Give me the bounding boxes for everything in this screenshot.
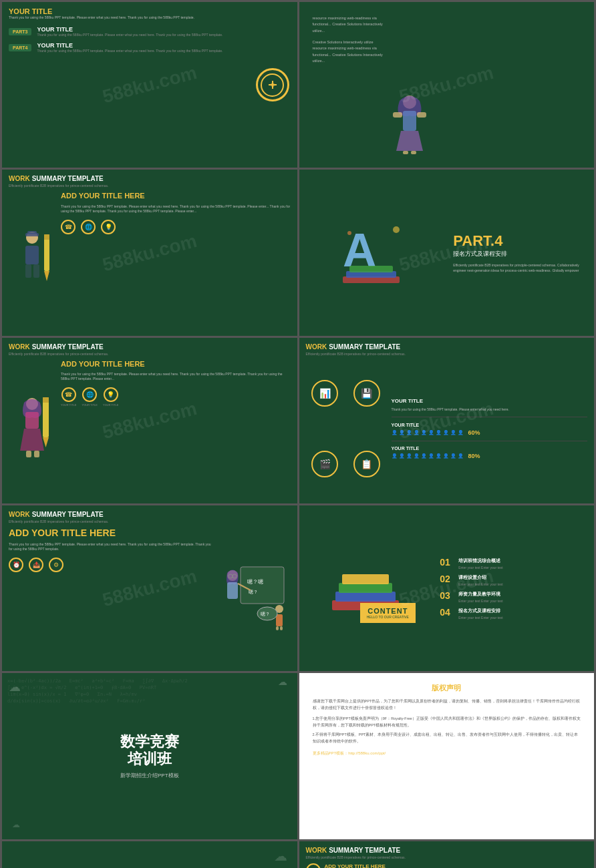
slide-6-subheader: Efficiently pontificate B2B imperatives … xyxy=(306,352,588,356)
slide-8-inner: CONTENT HELLO TO OUR CREATIVE 01 培训班情况综合… xyxy=(299,505,595,671)
slide-7-add-title: ADD YOUR TITLE HERE xyxy=(9,527,212,539)
slide-6-divider xyxy=(392,417,588,417)
slide-6: 588ku.com WORK SUMMARY TEMPLATE Efficien… xyxy=(299,338,595,503)
person-2-7: 👤 xyxy=(436,453,442,459)
person-2-6: 👤 xyxy=(428,453,434,459)
toc-num-1: 01 xyxy=(440,558,454,567)
cloud-2: ☁ xyxy=(278,676,287,687)
cloud-3: ☁ xyxy=(12,820,20,829)
svg-marker-25 xyxy=(43,437,49,447)
person-1-2: 👤 xyxy=(399,430,405,435)
slide-12-item-1: ☎ ADD YOUR TITLE HERE Thank you for usin… xyxy=(306,863,536,868)
svg-text:嗯？: 嗯？ xyxy=(261,612,270,616)
slide-12-item-1-text: ADD YOUR TITLE HERE Thank you for using … xyxy=(325,863,510,868)
slide-11: 588ku.com A PART.1 培训班情况综合概述 Efficiently… xyxy=(2,841,297,868)
svg-rect-10 xyxy=(25,246,39,264)
person-2-5: 👤 xyxy=(421,453,427,459)
slide-10: 版权声明 感谢您下载千库网台上提供的PPT作品，为了您和千库网以及原创作者的利益… xyxy=(299,673,595,839)
slide-6-inner: WORK SUMMARY TEMPLATE Efficiently pontif… xyxy=(299,338,595,503)
person-1-3: 👤 xyxy=(406,430,412,435)
slide-12: 588ku.com WORK SUMMARY TEMPLATE Efficien… xyxy=(299,841,595,868)
copyright-link: 更多精品PPT模板：http://588ku.com/ppt/ xyxy=(313,750,581,756)
icon-cell-1: 📊 xyxy=(306,360,345,427)
person-2-9: 👤 xyxy=(450,453,456,459)
slide-3-icon-3: 💡 xyxy=(101,220,116,234)
slide-9: x=(-b±√(b²-4ac))/2a E=mc² a²+b²=c² F=ma … xyxy=(2,673,297,839)
icon-cell-4: 📋 xyxy=(347,431,386,498)
slide-5-subheader: Efficiently pontificate B2B imperatives … xyxy=(9,352,291,356)
summary-label-3: SUMMARY TEMPLATE xyxy=(32,175,104,182)
part4-badge: PART4 xyxy=(9,44,31,51)
slide-6-stat-1: YOUR TITLE 👤 👤 👤 👤 👤 👤 👤 👤 👤 👤 xyxy=(392,423,588,436)
girl-pencil-svg xyxy=(11,397,54,461)
stat-1-people: 👤 👤 👤 👤 👤 👤 👤 👤 👤 👤 60% xyxy=(392,429,588,436)
person-2-3: 👤 xyxy=(406,453,412,459)
slide-3-icon-1: ☎ xyxy=(61,220,76,234)
slide-1: 588ku.com YOUR TITLE Thank you for using… xyxy=(2,2,297,168)
slide-7-header: WORK SUMMARY TEMPLATE xyxy=(9,511,291,518)
slide-grid: 588ku.com YOUR TITLE Thank you for using… xyxy=(0,0,596,868)
slide-2: 588ku.com resource maximizing web-readin… xyxy=(299,2,595,168)
person-2-10: 👤 xyxy=(458,453,464,459)
slide-5-add-title: ADD YOUR TITLE HERE xyxy=(61,360,291,369)
svg-rect-9 xyxy=(27,231,37,234)
part4-subtitle: 报名方式及课程安排 xyxy=(453,250,587,258)
slide-1-inner: YOUR TITLE Thank you for using the 588ku… xyxy=(2,2,297,168)
slide-3-subheader: Efficiently pontificate B2B imperatives … xyxy=(9,184,291,188)
slide-8: 588ku.com CONTENT HELLO TO OUR CREATIVE xyxy=(299,505,595,671)
math-subtitle: 新学期招生介绍PPT模板 xyxy=(120,772,179,779)
slide-1-title: YOUR TITLE xyxy=(9,7,291,15)
slide-7-icon-1: ⏰ xyxy=(9,558,23,572)
summary-label-5: SUMMARY TEMPLATE xyxy=(32,343,104,351)
work-label-7: WORK xyxy=(9,511,30,518)
toc-content-3: 师资力量及教学环境 Enter your text Enter your tex… xyxy=(458,591,502,603)
slide-5-icon-3: 💡 xyxy=(104,387,118,402)
circle-icon-1: 📊 xyxy=(311,380,338,407)
slide-4-left: A xyxy=(299,210,447,296)
math-title-2: 培训班 xyxy=(120,750,179,768)
svg-rect-23 xyxy=(25,412,39,429)
slide-6-content: 📊 💾 🎬 📋 YOUR TITLE Thank you for usi xyxy=(306,360,588,498)
toc-title-1: 培训班情况综合概述 xyxy=(458,558,502,564)
slide-8-toc: 01 培训班情况综合概述 Enter your text Enter your … xyxy=(432,505,594,671)
work-label-3: WORK xyxy=(9,175,30,182)
cloud-1: ☁ xyxy=(9,680,21,694)
slide-3-icons: ☎ 🌐 💡 xyxy=(61,220,291,234)
stat-2-percent: 80% xyxy=(468,453,480,459)
svg-rect-45 xyxy=(335,592,396,602)
slide-2-figure xyxy=(383,15,436,154)
person-2-4: 👤 xyxy=(414,453,420,459)
toc-desc-4: Enter your text Enter your text xyxy=(458,616,502,620)
slide-6-your-title: YOUR TITLE xyxy=(392,398,588,404)
slide-7-icon-3: ⚙ xyxy=(49,558,63,572)
svg-point-21 xyxy=(347,231,351,235)
slide-7-content: ADD YOUR TITLE HERE Thank you for using … xyxy=(9,527,291,666)
slide-1-desc: Thank you for using the 588ku PPT templa… xyxy=(9,15,291,19)
slide-7-text: ADD YOUR TITLE HERE Thank you for using … xyxy=(9,527,212,666)
person-2-2: 👤 xyxy=(399,453,405,459)
person-1-7: 👤 xyxy=(436,430,442,435)
person-1-6: 👤 xyxy=(428,430,434,435)
boy-pencil-svg xyxy=(11,231,54,291)
toc-title-2: 课程设置介绍 xyxy=(458,574,502,581)
deco-circle xyxy=(256,68,289,101)
stat-2-title: YOUR TITLE xyxy=(392,446,588,451)
part3-badge: PART3 xyxy=(9,28,31,35)
person-1-4: 👤 xyxy=(414,430,420,435)
slide-5-icon-group-1: ☎ YOUR TITLE xyxy=(61,387,77,407)
slide-6-title-desc: Thank you for using the 588ku PPT templa… xyxy=(392,407,588,411)
slide-8-deco: CONTENT HELLO TO OUR CREATIVE xyxy=(325,554,406,623)
letter-a-books-svg: A xyxy=(339,216,406,290)
svg-rect-26 xyxy=(43,397,49,403)
circle-icon-3: 🎬 xyxy=(311,451,338,477)
toc-desc-1: Enter your text Enter your text xyxy=(458,566,502,570)
slide-7-figure: 嗯？嗯 嗯？ xyxy=(217,527,291,666)
toc-title-3: 师资力量及教学环境 xyxy=(458,591,502,598)
slide-3-icon-2: 🌐 xyxy=(81,220,96,234)
slide-4-inner: A PART.4 报名方式及课程安排 Efficiently pontifica… xyxy=(299,170,595,335)
svg-rect-27 xyxy=(26,451,31,457)
slide-3-figure xyxy=(9,192,55,330)
content-label: CONTENT xyxy=(367,607,409,615)
slide-7-body: Thank you for using the 588ku PPT templa… xyxy=(9,542,212,552)
summary-label-6: SUMMARY TEMPLATE xyxy=(329,343,400,351)
